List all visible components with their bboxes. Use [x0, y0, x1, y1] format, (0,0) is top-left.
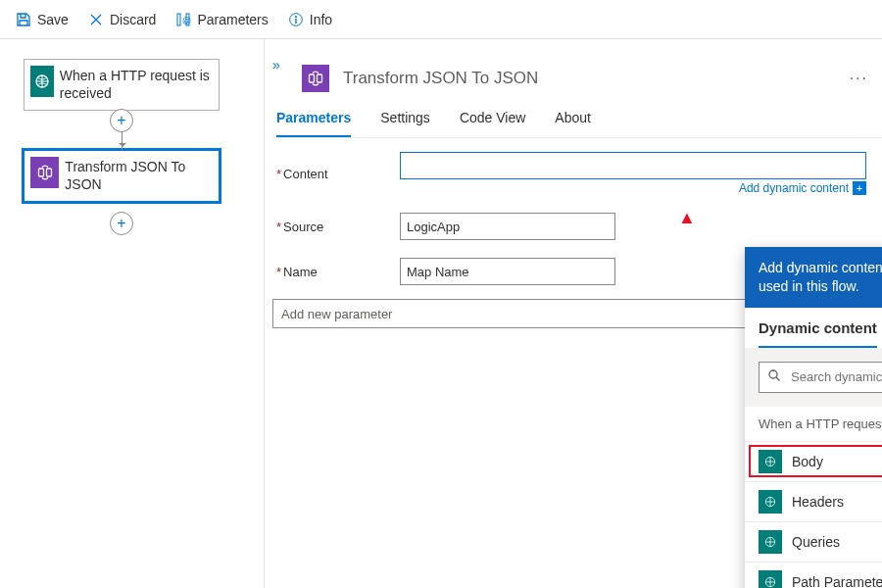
tab-parameters[interactable]: Parameters	[276, 110, 351, 137]
trigger-card-label: When a HTTP request is received	[60, 60, 219, 110]
source-select[interactable]: LogicApp	[400, 213, 615, 240]
action-card-transform[interactable]: Transform JSON To JSON	[24, 150, 220, 202]
dynamic-content-group-header: When a HTTP request is received	[745, 407, 882, 441]
parameters-label: Parameters	[197, 12, 268, 27]
panel-tabs: Parameters Settings Code View About	[272, 110, 882, 138]
parameters-button[interactable]: @ Parameters	[168, 8, 275, 31]
svg-rect-0	[177, 14, 180, 25]
discard-label: Discard	[110, 12, 156, 27]
svg-rect-5	[295, 19, 296, 24]
designer-canvas: When a HTTP request is received + Transf…	[0, 39, 265, 588]
http-request-icon	[759, 450, 782, 473]
dynamic-content-item-queries[interactable]: Queries	[745, 521, 882, 562]
panel-more-button[interactable]: ···	[850, 70, 868, 87]
dynamic-content-item-path[interactable]: Path Parameters	[745, 562, 882, 588]
svg-point-4	[295, 16, 297, 18]
save-icon	[16, 12, 31, 27]
content-input[interactable]	[400, 152, 866, 179]
flyout-headline: Add dynamic content from the apps and co…	[759, 259, 882, 296]
plus-icon: +	[853, 181, 866, 195]
trigger-card-http[interactable]: When a HTTP request is received	[24, 59, 220, 111]
http-request-icon	[759, 530, 782, 554]
parameters-icon: @	[175, 12, 191, 27]
dynamic-content-item-headers[interactable]: Headers	[745, 481, 882, 521]
add-step-button[interactable]: +	[110, 212, 133, 235]
insert-step-button[interactable]: +	[110, 109, 133, 132]
name-select[interactable]: Map Name	[400, 258, 615, 285]
content-label: *Content	[272, 167, 400, 181]
svg-rect-8	[46, 169, 51, 176]
http-request-icon	[30, 66, 54, 97]
tab-settings[interactable]: Settings	[380, 110, 430, 137]
http-request-icon	[759, 490, 782, 514]
tab-about[interactable]: About	[555, 110, 591, 137]
collapse-chevron-icon[interactable]: »	[272, 57, 280, 73]
svg-point-11	[769, 370, 777, 378]
designer-toolbar: Save Discard @ Parameters Info	[0, 0, 882, 39]
http-request-icon	[759, 570, 782, 588]
info-label: Info	[310, 12, 332, 27]
flyout-tab-dynamic[interactable]: Dynamic content	[759, 319, 877, 348]
info-icon	[288, 12, 304, 27]
action-card-label: Transform JSON To JSON	[65, 151, 219, 201]
dynamic-content-flyout: Add dynamic content from the apps and co…	[745, 247, 882, 588]
name-label: *Name	[272, 265, 400, 279]
save-button[interactable]: Save	[8, 8, 76, 31]
action-properties-panel: » Transform JSON To JSON ··· Parameters …	[265, 39, 882, 588]
dynamic-content-search[interactable]	[759, 362, 882, 393]
svg-rect-10	[318, 74, 322, 82]
transform-icon	[30, 157, 59, 188]
panel-action-icon	[302, 65, 329, 92]
search-icon	[767, 368, 781, 386]
info-button[interactable]: Info	[280, 8, 340, 31]
source-label: *Source	[272, 220, 400, 234]
dynamic-content-item-body[interactable]: Body	[745, 441, 882, 481]
svg-rect-9	[310, 74, 315, 82]
tab-codeview[interactable]: Code View	[460, 110, 525, 137]
dynamic-content-search-input[interactable]	[789, 368, 882, 385]
save-label: Save	[37, 12, 69, 27]
discard-button[interactable]: Discard	[80, 8, 164, 31]
panel-title: Transform JSON To JSON	[343, 69, 538, 88]
close-icon	[88, 12, 104, 27]
add-dynamic-content-link[interactable]: Add dynamic content +	[400, 181, 866, 195]
svg-rect-7	[38, 169, 43, 176]
